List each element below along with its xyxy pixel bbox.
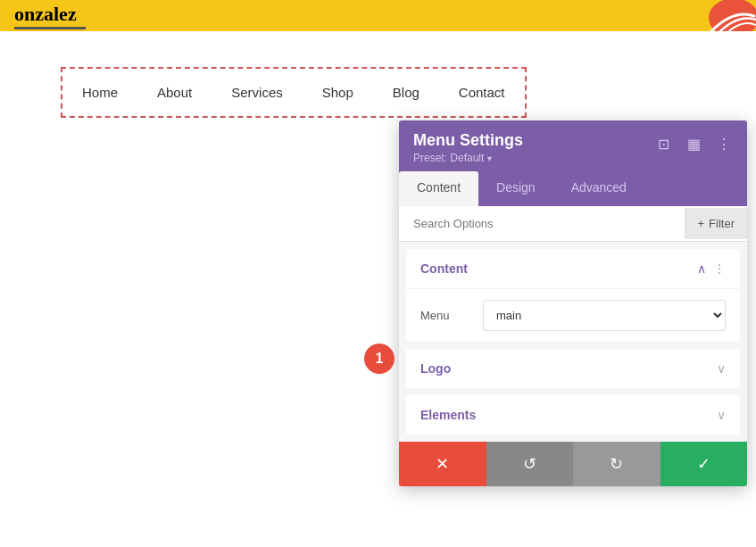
elements-section-header[interactable]: Elements ∨ xyxy=(406,395,740,435)
logo-section-header[interactable]: Logo ∨ xyxy=(406,349,740,388)
logo-text: onzalez xyxy=(14,3,77,25)
elements-section-title: Elements xyxy=(420,408,476,422)
cancel-icon: ✕ xyxy=(436,454,449,474)
logo-section: Logo ∨ xyxy=(406,349,740,388)
redo-button[interactable]: ↻ xyxy=(573,442,660,486)
undo-button[interactable]: ↺ xyxy=(486,442,574,486)
layout-icon[interactable]: ▦ xyxy=(685,135,702,153)
content-section-title: Content xyxy=(420,261,468,276)
elements-section-icons: ∨ xyxy=(717,408,726,422)
nav-preview: Home About Services Shop Blog Contact xyxy=(61,67,527,118)
settings-panel: Menu Settings Preset: Default ▾ ⊡ ▦ ⋮ Co… xyxy=(399,120,747,486)
header-logo: onzalez xyxy=(14,3,86,29)
search-input[interactable] xyxy=(399,206,685,241)
panel-header: Menu Settings Preset: Default ▾ ⊡ ▦ ⋮ xyxy=(399,120,747,171)
step-number: 1 xyxy=(376,351,384,367)
page-header: onzalez xyxy=(0,0,756,31)
nav-item-home[interactable]: Home xyxy=(62,69,137,116)
redo-icon: ↻ xyxy=(610,454,623,474)
panel-tabs: Content Design Advanced xyxy=(399,171,747,206)
undo-icon: ↺ xyxy=(523,454,536,474)
tab-design[interactable]: Design xyxy=(478,171,553,206)
elements-section: Elements ∨ xyxy=(406,395,740,435)
content-section-header[interactable]: Content ∧ ⋮ xyxy=(406,249,740,289)
nav-item-shop[interactable]: Shop xyxy=(303,69,373,116)
more-icon[interactable]: ⋮ xyxy=(715,135,733,153)
content-section: Content ∧ ⋮ Menu main secondary footer xyxy=(406,249,740,342)
step-badge: 1 xyxy=(364,344,395,374)
tab-content[interactable]: Content xyxy=(399,171,478,206)
logo-section-title: Logo xyxy=(420,361,451,376)
menu-label: Menu xyxy=(420,309,474,322)
panel-title: Menu Settings xyxy=(413,131,523,150)
cancel-button[interactable]: ✕ xyxy=(399,442,486,486)
nav-item-about[interactable]: About xyxy=(137,69,212,116)
expand-icon[interactable]: ∨ xyxy=(717,408,726,422)
filter-label: Filter xyxy=(709,217,735,230)
chevron-down-icon: ▾ xyxy=(487,153,492,163)
expand-icon[interactable]: ⊡ xyxy=(654,135,672,153)
save-icon: ✓ xyxy=(697,454,710,474)
filter-button[interactable]: + Filter xyxy=(685,208,747,239)
collapse-icon[interactable]: ∧ xyxy=(697,261,706,276)
nav-item-blog[interactable]: Blog xyxy=(373,69,439,116)
logo-section-icons: ∨ xyxy=(717,361,726,376)
search-bar: + Filter xyxy=(399,206,747,242)
tab-advanced[interactable]: Advanced xyxy=(553,171,644,206)
panel-preset-label: Preset: Default xyxy=(413,152,484,164)
menu-field-row: Menu main secondary footer xyxy=(406,289,740,342)
expand-icon[interactable]: ∨ xyxy=(717,361,726,376)
nav-item-services[interactable]: Services xyxy=(212,69,303,116)
menu-select[interactable]: main secondary footer xyxy=(483,300,726,331)
section-more-icon[interactable]: ⋮ xyxy=(713,261,726,276)
page-content: Home About Services Shop Blog Contact 1 … xyxy=(0,31,756,547)
save-button[interactable]: ✓ xyxy=(660,442,748,486)
nav-item-contact[interactable]: Contact xyxy=(439,69,525,116)
panel-preset[interactable]: Preset: Default ▾ xyxy=(413,152,523,164)
filter-icon: + xyxy=(698,217,705,230)
panel-body: + Filter Content ∧ ⋮ Menu main xyxy=(399,206,747,442)
section-icons: ∧ ⋮ xyxy=(697,261,726,276)
bottom-toolbar: ✕ ↺ ↻ ✓ xyxy=(399,442,747,486)
